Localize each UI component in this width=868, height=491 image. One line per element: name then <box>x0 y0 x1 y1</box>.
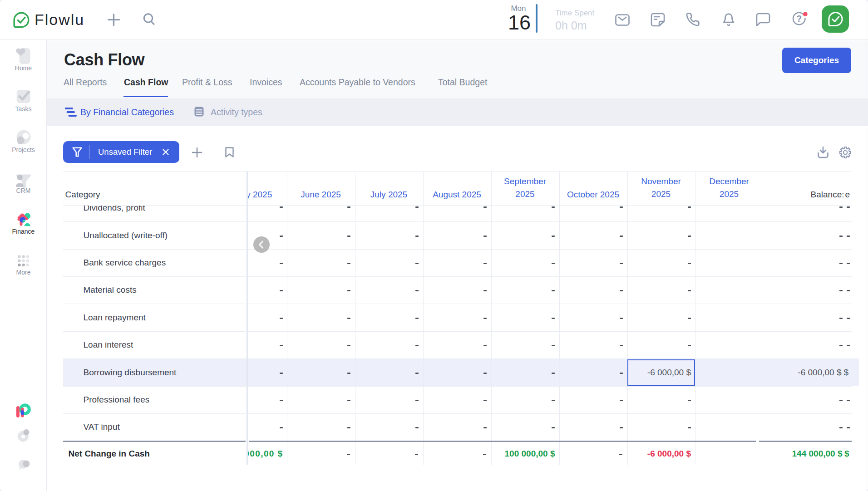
svg-text:?: ? <box>796 14 802 24</box>
